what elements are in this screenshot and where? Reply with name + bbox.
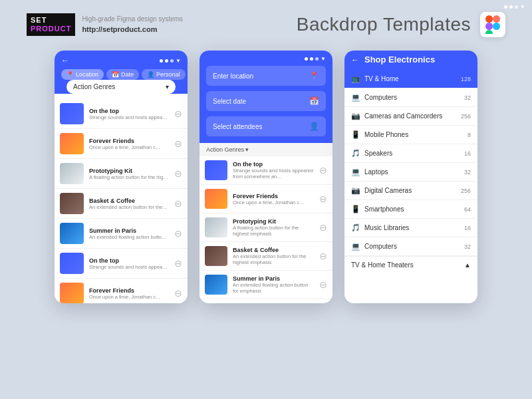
p3-footer[interactable]: TV & Home Theaters ▲: [344, 256, 477, 273]
date-tab-icon: 📅: [112, 71, 119, 78]
p2-name-5: Summer in Paris: [233, 275, 314, 282]
p1-filter[interactable]: Action Genres ▾: [66, 80, 176, 94]
p1-list: On the top Strange sounds and hosts appe…: [55, 99, 188, 303]
p2-name-1: On the top: [233, 161, 314, 168]
p1-tab-personal[interactable]: 👤 Personal: [142, 69, 186, 80]
p1-info-3: Prototyping Kit A floating action button…: [89, 168, 169, 180]
list-item[interactable]: On the top Strange sounds and hosts appe…: [55, 249, 188, 279]
page-title: Backdrop Templates: [297, 14, 471, 35]
p1-name-1: On the top: [89, 108, 169, 114]
p1-info-7: Forever Friends Once upon a time, Jonath…: [89, 287, 169, 300]
laptops-icon: 💻: [351, 168, 364, 176]
p1-desc-5: An extended floating action button for e…: [89, 234, 169, 240]
p3-label-4: Mobile Phones: [364, 131, 467, 138]
p1-tab-location[interactable]: 📍 Location: [61, 69, 104, 80]
p1-name-4: Basket & Coffee: [89, 198, 169, 204]
computers-icon: 💻: [351, 93, 364, 102]
p2-remove-1[interactable]: ⊖: [319, 165, 327, 176]
p1-name-3: Prototyping Kit: [89, 168, 169, 174]
p2-desc-2: Once upon a time, Jonathan c...: [233, 200, 314, 205]
p2-date-field[interactable]: Select date 📅: [206, 91, 326, 111]
list-item[interactable]: Basket & Coffee An extended action butto…: [200, 242, 332, 271]
speakers-icon: 🎵: [351, 149, 364, 158]
p2-thumb-3: [205, 217, 227, 237]
list-item[interactable]: Forever Friends Once upon a time, Jonath…: [55, 279, 188, 303]
p3-label-10: Computers: [364, 243, 464, 250]
list-item[interactable]: 📱 Mobile Phones 8: [344, 126, 477, 144]
list-item[interactable]: Summer in Paris An extended floating act…: [200, 271, 332, 299]
p2-desc-3: A floating action button for the highest…: [233, 225, 314, 237]
p1-name-5: Summer in Paris: [89, 227, 169, 234]
phones-row: ← ▼ 📍 Location 📅 Date 👤: [0, 44, 532, 303]
phone-3: ▼ ← Shop Electronics 📺 TV & Home 128 💻 C…: [344, 51, 477, 303]
p1-remove-5[interactable]: ⊖: [174, 228, 182, 239]
list-item[interactable]: 💻 Computers 32: [344, 88, 477, 107]
list-item[interactable]: Forever Friends Once upon a time, Jonath…: [200, 185, 332, 213]
list-item[interactable]: 🎵 Speakers 16: [344, 144, 477, 163]
p3-label-5: Speakers: [364, 150, 464, 157]
list-item[interactable]: Prototyping Kit A floating action button…: [55, 159, 188, 189]
list-item[interactable]: 📷 Cameras and Camcorders 256: [344, 107, 477, 126]
p2-desc-1: Strange sounds and hosts appeared from s…: [233, 168, 314, 180]
p2-info-4: Basket & Coffee An extended action butto…: [233, 247, 314, 265]
p1-status-bar: ← ▼: [61, 56, 181, 65]
tagline: High-grade Figma design systems: [82, 14, 183, 24]
p2-location-label: Enter location: [213, 72, 253, 80]
list-item[interactable]: Forever Friends Once upon a time, Jonath…: [55, 129, 188, 159]
logo-text: High-grade Figma design systems http://s…: [82, 14, 183, 35]
p1-remove-6[interactable]: ⊖: [174, 258, 182, 269]
personal-tab-icon: 👤: [147, 71, 154, 78]
p2-thumb-1: [205, 160, 227, 180]
p2-attendees-field[interactable]: Select attendees 👤: [206, 116, 326, 136]
svg-rect-2: [485, 23, 493, 30]
p3-label-2: Computers: [364, 94, 464, 101]
p1-tab-date[interactable]: 📅 Date: [106, 69, 139, 80]
p2-remove-5[interactable]: ⊖: [319, 279, 327, 290]
p1-desc-1: Strange sounds and hosts appeared from s…: [89, 114, 169, 120]
list-item[interactable]: Summer in Paris An extended floating act…: [55, 219, 188, 249]
personal-tab-label: Personal: [156, 71, 180, 78]
p2-location-field[interactable]: Enter location 📍: [206, 66, 326, 86]
mobile-icon: 📱: [351, 130, 364, 139]
list-item[interactable]: 💻 Laptops 32: [344, 163, 477, 182]
phone-2: ▼ Enter location 📍 Select date 📅 Select …: [200, 51, 332, 303]
p2-attendees-label: Select attendees: [213, 123, 263, 130]
p1-remove-7[interactable]: ⊖: [174, 288, 182, 299]
p2-info-2: Forever Friends Once upon a time, Jonath…: [233, 193, 314, 205]
computers2-icon: 💻: [351, 242, 364, 251]
p1-desc-6: Strange sounds and hosts appeared from s…: [89, 264, 169, 270]
list-item[interactable]: 📱 Smartphones 64: [344, 200, 477, 219]
p1-info-2: Forever Friends Once upon a time, Jonath…: [89, 138, 169, 150]
p1-back-button[interactable]: ←: [61, 56, 69, 65]
p2-name-3: Prototyping Kit: [233, 218, 314, 225]
p1-info-4: Basket & Coffee An extended action butto…: [89, 198, 169, 210]
list-item[interactable]: 💻 Computers 32: [344, 237, 477, 256]
p1-info-5: Summer in Paris An extended floating act…: [89, 227, 169, 240]
p1-dot3: [170, 59, 174, 63]
p3-back-button[interactable]: ←: [351, 55, 359, 65]
p2-remove-4[interactable]: ⊖: [319, 251, 327, 261]
list-item[interactable]: On the top Strange sounds and hosts appe…: [55, 99, 188, 129]
p3-count-2: 32: [464, 94, 471, 101]
p2-remove-2[interactable]: ⊖: [319, 194, 327, 204]
p2-desc-5: An extended floating action button for e…: [233, 282, 314, 294]
p3-count-8: 64: [464, 206, 471, 213]
p1-remove-4[interactable]: ⊖: [174, 198, 182, 209]
list-item[interactable]: On the top Strange sounds and hosts appe…: [200, 156, 332, 185]
p1-remove-1[interactable]: ⊖: [174, 108, 182, 119]
p2-dot1: [305, 57, 308, 61]
p2-remove-3[interactable]: ⊖: [319, 222, 327, 233]
list-item[interactable]: 🎵 Music Libraries 16: [344, 219, 477, 237]
p2-filter-chevron: ▾: [245, 146, 249, 153]
list-item[interactable]: 📷 Digital Cameras 256: [344, 182, 477, 200]
list-item[interactable]: Basket & Coffee An extended action butto…: [55, 189, 188, 219]
p1-signal: ▼: [176, 58, 181, 64]
p3-count-10: 32: [464, 243, 471, 250]
p2-thumb-5: [205, 275, 227, 295]
p1-desc-7: Once upon a time, Jonathan c...: [89, 294, 169, 300]
p1-remove-3[interactable]: ⊖: [174, 168, 182, 179]
list-item[interactable]: 📺 TV & Home 128: [344, 70, 477, 88]
p1-remove-2[interactable]: ⊖: [174, 138, 182, 149]
p2-info-1: On the top Strange sounds and hosts appe…: [233, 161, 314, 180]
list-item[interactable]: Prototyping Kit A floating action button…: [200, 213, 332, 242]
